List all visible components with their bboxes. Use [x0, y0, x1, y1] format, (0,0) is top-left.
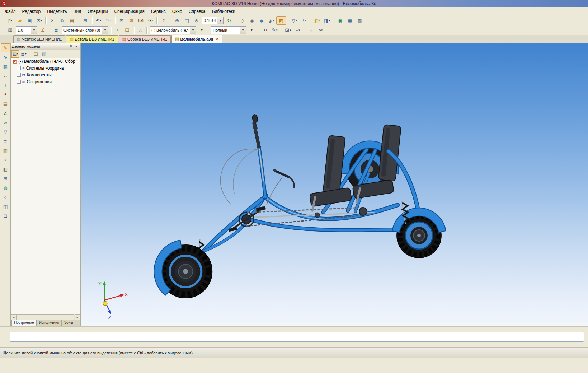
dropdown-arrow-icon[interactable]: ▾	[319, 19, 320, 22]
panel-tab-zones[interactable]: Зоны	[62, 320, 75, 326]
model-list-button[interactable]: ▾	[197, 26, 207, 34]
copy-button[interactable]: ⧉	[57, 16, 67, 25]
sketch-button[interactable]: ✎▾	[270, 26, 279, 34]
edit-in-place-button[interactable]: ◉	[335, 16, 345, 25]
split-view-button[interactable]: ◫	[1, 202, 10, 211]
redo-button[interactable]: ↷▾	[103, 16, 113, 25]
dropdown-arrow-icon[interactable]: ▾	[296, 19, 297, 22]
projection-view-button[interactable]: ◒▾	[293, 26, 302, 34]
dropdown-arrow-icon[interactable]: ▾	[329, 19, 330, 22]
dropdown-arrow-icon[interactable]: ▾	[17, 52, 18, 55]
variables-button[interactable]: f(x)	[136, 16, 146, 25]
document-tab-drawing[interactable]: ▤Чертеж БЕЗ ИМЕНИ1	[13, 35, 65, 43]
reports-button[interactable]: ▥	[1, 146, 10, 155]
model-velomobile[interactable]: Y X Z	[81, 43, 588, 326]
dropdown-arrow-icon[interactable]: ▾	[100, 19, 102, 22]
layers-button[interactable]: ≣	[51, 26, 61, 34]
current-layer-combo[interactable]: Системный слой (0)▾	[62, 26, 108, 34]
context-help-button[interactable]: ?	[159, 16, 169, 25]
paste-button[interactable]: ▤	[67, 16, 77, 25]
document-tab-assembly[interactable]: ▤Сборка БЕЗ ИМЕНИ1	[119, 35, 171, 43]
dropdown-arrow-icon[interactable]: ▾	[298, 29, 300, 32]
zoom-window-button[interactable]: ◲	[182, 16, 192, 25]
parameters-button[interactable]: {x}	[146, 16, 155, 25]
angle-snap-button[interactable]: △	[136, 26, 145, 34]
document-properties-button[interactable]: ▤	[122, 26, 132, 34]
snap-settings-button[interactable]: ∠	[38, 26, 48, 34]
tree-structure-button[interactable]: ⊟▾	[11, 50, 19, 58]
undo-button[interactable]: ↶▾	[94, 16, 103, 25]
dropdown-arrow-icon[interactable]: ▾	[266, 29, 267, 32]
section-view-button[interactable]: ◪▾	[283, 26, 293, 34]
tab-close-icon[interactable]: ×	[216, 37, 219, 41]
model-rear-wheel[interactable]	[392, 208, 446, 258]
new-document-button[interactable]: ▯▾	[5, 16, 15, 25]
ole-object-button[interactable]: ⊡	[117, 16, 126, 25]
text-style-button[interactable]: A▾	[316, 26, 325, 34]
dropdown-arrow-icon[interactable]: ▾	[217, 17, 223, 24]
detail-level-combo[interactable]: Полный▾	[211, 26, 246, 34]
auxiliary-geometry-button[interactable]: ⊥	[1, 81, 10, 90]
spreadsheet-button[interactable]: ⊞	[80, 16, 90, 25]
annotation-button[interactable]: A	[1, 90, 10, 99]
dropdown-arrow-icon[interactable]: ▾	[102, 27, 108, 34]
scroll-left-icon[interactable]: ◂	[11, 314, 17, 320]
menu-select[interactable]: Выделить	[44, 8, 70, 15]
shaded-display-button[interactable]: ◆	[257, 16, 267, 25]
dropdown-arrow-icon[interactable]: ▾	[240, 27, 246, 34]
scroll-right-icon[interactable]: ▸	[75, 314, 80, 320]
selection-filter-button[interactable]: ▽▾	[290, 16, 299, 25]
grid-button[interactable]: ▦	[5, 26, 15, 34]
save-button[interactable]: ▣	[25, 16, 34, 25]
menu-window[interactable]: Окно	[169, 8, 185, 15]
send-mail-button[interactable]: ✉▾	[34, 16, 44, 25]
menu-service[interactable]: Сервис	[148, 8, 169, 15]
expand-icon[interactable]: +	[17, 80, 21, 84]
dropdown-arrow-icon[interactable]: ▾	[31, 27, 37, 34]
zoom-all-button[interactable]: ⊙	[192, 16, 201, 25]
orientation-button[interactable]: ◭▾	[267, 16, 276, 25]
menu-edit[interactable]: Редактор	[19, 8, 44, 15]
dropdown-arrow-icon[interactable]: ▾	[25, 52, 27, 55]
current-scale-combo[interactable]: 0.1014▾	[202, 17, 224, 24]
menu-help[interactable]: Справка	[185, 8, 209, 15]
shaded-edges-display-button[interactable]: ◩	[276, 16, 286, 25]
dropdown-arrow-icon[interactable]: ▾	[41, 19, 42, 22]
expand-icon[interactable]: +	[17, 73, 21, 77]
mates-button[interactable]: ∞	[1, 118, 10, 127]
dropdown-arrow-icon[interactable]: ▾	[305, 19, 306, 22]
zoom-in-button[interactable]: ⊕	[172, 16, 182, 25]
tree-root-item[interactable]: ◩(-) Веломобиль (Тел-0, Сбор	[11, 58, 80, 65]
toolbar-grip[interactable]	[2, 17, 4, 24]
layout-grid-button[interactable]: ⊞	[1, 174, 10, 183]
close-icon[interactable]: ×	[74, 44, 79, 49]
measure-button[interactable]: ∠	[1, 109, 10, 118]
tree-report-button[interactable]: ▥	[40, 50, 48, 58]
dropdown-arrow-icon[interactable]: ▾	[276, 29, 278, 32]
wireframe-display-button[interactable]: ◇	[237, 16, 247, 25]
dimensions-button[interactable]: ↔	[306, 26, 316, 34]
filters-button[interactable]: ▽	[1, 127, 10, 136]
surfaces-button[interactable]: ▧	[1, 62, 10, 71]
menu-file[interactable]: Файл	[2, 8, 19, 15]
cut-button[interactable]: ✂	[48, 16, 57, 25]
refresh-image-button[interactable]: ↻	[224, 16, 234, 25]
spatial-curves-button[interactable]: ∿	[1, 53, 10, 62]
sheet-button[interactable]: ▤	[1, 99, 10, 108]
menu-view[interactable]: Вид	[70, 8, 85, 15]
display-quality-button[interactable]: ◑▾	[260, 26, 270, 34]
document-tab-velomobile[interactable]: ▤Веломобиль.a3d×	[171, 35, 222, 43]
local-cs-button[interactable]: ⌖	[113, 26, 122, 34]
dropdown-arrow-icon[interactable]: ▾	[11, 19, 13, 22]
open-document-button[interactable]: ▰	[15, 16, 25, 25]
panel-tab-construction[interactable]: Построение	[11, 320, 37, 326]
menu-specification[interactable]: Спецификация	[111, 8, 147, 15]
tree-horizontal-scrollbar[interactable]: ◂ ▸	[11, 314, 80, 320]
tree-item[interactable]: +⧉Компоненты	[11, 71, 80, 78]
specification-button[interactable]: ≡	[1, 137, 10, 146]
expand-icon[interactable]: +	[17, 66, 21, 70]
document-tab-part[interactable]: ▤Деталь БЕЗ ИМЕНИ1	[66, 35, 118, 43]
detail-list-button[interactable]: ▾	[247, 26, 257, 34]
new-component-button[interactable]: ◧▾	[312, 16, 322, 25]
circle-tool-button[interactable]: ○	[1, 193, 10, 202]
